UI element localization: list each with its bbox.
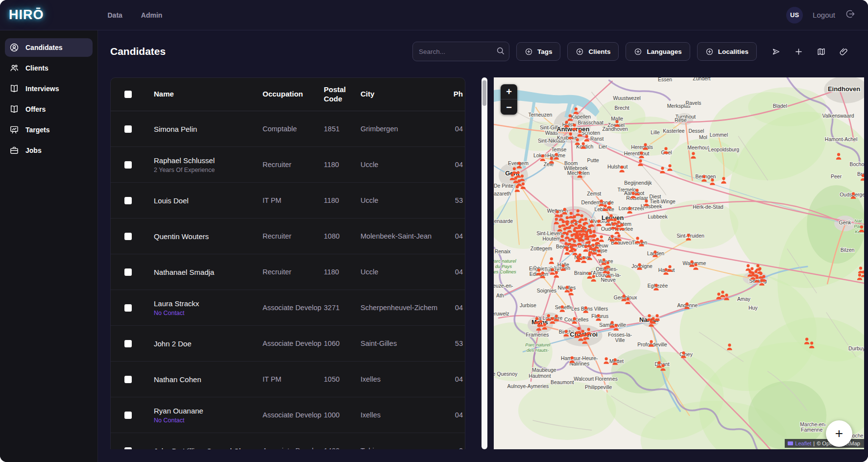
select-all-checkbox[interactable] [124,91,132,98]
table-row[interactable]: Quentin WoutersRecruiter1080Molenbeek-Sa… [111,219,465,254]
row-checkbox[interactable] [124,304,132,312]
map-label: Jodoigne [631,264,652,269]
candidate-city: Scherpenheuvel-Zichem [361,304,451,312]
candidate-postal-code: 1050 [324,375,361,383]
map-label: Fleurus [591,314,608,319]
nav-link-admin[interactable]: Admin [141,11,163,19]
row-checkbox[interactable] [124,447,132,450]
filter-buttons: TagsClientsLanguagesLocalities [516,42,757,61]
logout-button[interactable]: Logout [813,11,835,19]
table-row[interactable]: John 2 DoeAssociate Develop1060Saint-Gil… [111,326,465,362]
candidate-postal-code: 1851 [324,125,361,133]
sidebar-item-offers[interactable]: Offers [5,100,93,119]
row-checkbox[interactable] [124,233,132,240]
map-label: Aulnoye-Aymeries [507,384,549,389]
candidate-occupation: Comptable [263,125,324,133]
map-label: Herenthout [624,151,650,156]
table-row[interactable]: Laura StrackxNo ContactAssociate Develop… [111,290,465,326]
candidate-name: Raphael Schlussel2 Years Of Experience [154,156,263,173]
table-row[interactable]: Nathanael SmadjaRecruiter1180Uccle04 [111,254,465,290]
row-checkbox[interactable] [124,340,132,347]
row-checkbox[interactable] [124,125,132,133]
candidate-postal-code: 1480 [324,447,361,449]
map-label: Ham-sur-Heure- [561,356,598,361]
map-label: Mechelen [567,170,590,176]
plus-circle-icon [576,48,584,56]
filter-button-label: Tags [537,48,553,55]
zoom-out-button[interactable]: − [501,99,517,115]
table-row[interactable]: Simona PelinComptable1851Grimbergen04 [111,111,465,147]
page-title: Candidates [110,46,166,57]
map-label: Wavre [599,259,613,264]
filter-button-localities[interactable]: Localities [697,42,757,61]
sidebar-item-candidates[interactable]: Candidates [5,38,93,57]
send-icon[interactable] [772,47,781,56]
row-checkbox[interactable] [124,376,132,383]
map-label: Herk-de-Stad [693,204,723,210]
filter-button-tags[interactable]: Tags [516,42,561,61]
user-avatar[interactable]: US [786,7,803,24]
map-label: Beaumont [551,380,574,385]
sidebar-item-clients[interactable]: Clients [5,59,93,77]
map-label: Le Quesnoy [494,371,518,377]
map[interactable]: EssenZundertEindhovenWuustwezelBrechtMer… [494,77,864,449]
map-icon[interactable] [817,47,826,56]
candidate-phone: 53 [455,196,465,204]
filter-button-label: Clients [588,48,610,55]
filter-button-clients[interactable]: Clients [567,42,619,61]
map-label: Péruwelz [494,311,509,316]
sidebar-item-interviews[interactable]: Interviews [5,79,93,98]
search-input[interactable] [412,42,509,61]
map-label: Oudsbergen [840,192,864,197]
sidebar: CandidatesClientsInterviewsOffersTargets… [0,30,98,462]
filter-button-languages[interactable]: Languages [626,42,690,61]
logout-icon[interactable] [845,9,855,21]
row-checkbox[interactable] [124,197,132,204]
book-open-icon [9,84,19,94]
candidate-city: Tubize [361,447,451,449]
sidebar-item-label: Targets [25,126,50,134]
scrollbar-thumb[interactable] [482,80,486,106]
top-navbar: HIRŌ DataAdmin US Logout [0,0,868,30]
table-row[interactable]: John De Villiers Second ChAssociate Deve… [111,433,465,449]
briefcase-icon [9,146,19,155]
map-label: Fosses-la- [608,332,632,338]
table-row[interactable]: Louis DoelIT PM1180Uccle53 [111,183,465,219]
nav-link-data[interactable]: Data [108,11,122,19]
add-candidate-fab[interactable]: + [826,420,852,447]
candidate-occupation: Recruiter [263,161,324,169]
candidate-name: Simona Pelin [154,125,263,133]
attachment-icon[interactable] [839,47,848,56]
map-label: Bocholt [850,162,864,167]
map-label: Nazareth [494,191,511,196]
map-label: Walcourt [574,376,594,382]
book-open-icon [9,104,19,114]
candidate-name: Nathan Cohen [154,375,263,384]
map-label: Hamont-Achel [825,137,857,142]
leaflet-link[interactable]: Leaflet [795,440,811,446]
column-header-postal-code: Postal Code [324,85,361,104]
presentation-chart-icon [9,125,19,135]
search-icon [496,46,505,57]
table-row[interactable]: Ryan OuananeNo ContactAssociate Develop1… [111,397,465,433]
table-row[interactable]: Nathan CohenIT PM1050Ixelles04 [111,362,465,397]
map-label: Ciney [679,352,693,357]
map-label: Zundert [693,77,710,81]
column-header-occupation: Occupation [263,90,324,99]
row-checkbox[interactable] [124,161,132,169]
navbar-right: US Logout [786,7,855,24]
map-label: Frameries [526,332,549,338]
table-scrollbar[interactable] [482,77,487,449]
candidate-name: Louis Doel [154,196,263,205]
map-label: Amay [737,296,751,302]
map-label: Wuustwezel [613,96,640,101]
row-checkbox[interactable] [124,268,132,276]
table-row[interactable]: Raphael Schlussel2 Years Of ExperienceRe… [111,147,465,183]
add-icon[interactable] [794,47,803,56]
leaflet-flag-icon [788,441,793,445]
zoom-in-button[interactable]: + [501,84,517,99]
sidebar-item-jobs[interactable]: Jobs [5,141,93,160]
sidebar-item-targets[interactable]: Targets [5,121,93,139]
row-checkbox[interactable] [124,412,132,419]
map-label: Hulshout [607,164,627,170]
